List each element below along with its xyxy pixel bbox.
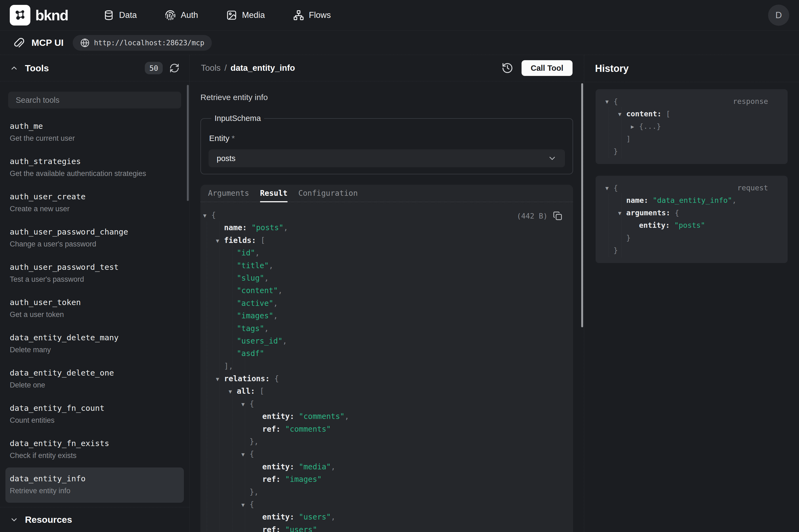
tree-toggle-icon[interactable]: ▼ [618,108,621,120]
refresh-icon [169,63,179,73]
nav-item-auth[interactable]: Auth [165,10,198,21]
history-entry-response[interactable]: ▼{response▼content: [▶{...}]} [595,89,787,164]
tree-toggle-icon[interactable]: ▼ [241,499,245,511]
main-panel-scrollbar[interactable] [581,83,583,327]
json-line: ▼fields: [ [201,234,562,247]
tool-list-item[interactable]: auth_user_token Get a user token [5,291,184,326]
tool-name: auth_user_create [10,192,179,201]
tool-list-item[interactable]: data_entity_fn_count Count entities [5,397,184,432]
tool-list-item[interactable]: auth_user_password_change Change a user'… [5,221,184,256]
tree-toggle-icon[interactable]: ▼ [618,207,621,220]
tree-toggle-icon[interactable]: ▼ [605,182,609,194]
tab-configuration[interactable]: Configuration [298,185,358,202]
sidebar-scrollbar[interactable] [187,85,189,201]
paperclip-icon [13,37,24,49]
json-punctuation: [ [666,110,670,118]
tab-result[interactable]: Result [260,185,287,202]
json-punctuation: , [264,324,269,333]
json-punctuation: , [273,299,278,308]
brand-logo[interactable]: bknd [10,5,68,25]
tool-description: Delete one [10,381,179,390]
json-line: "id", [201,247,562,259]
breadcrumb-section[interactable]: Tools [201,63,221,73]
tool-list-item[interactable]: data_entity_info Retrieve entity info [5,468,184,503]
json-entry-label: response [733,95,768,108]
tool-list-item[interactable]: data_entity_fn_exists Check if entity ex… [5,432,184,468]
tool-name: data_entity_info [10,474,179,483]
chevron-down-icon [548,154,557,163]
json-line: } [595,244,778,256]
json-punctuation: { [613,97,618,106]
tools-section-header[interactable]: Tools 50 [0,55,189,81]
json-line: "active", [201,297,562,310]
json-line: entity: "media", [201,461,562,473]
tree-toggle-icon[interactable]: ▼ [241,398,245,411]
tool-description: Create a new user [10,205,179,213]
json-line: ▼{ [201,209,562,222]
tool-list-item[interactable]: data_entity_delete_many Delete many [5,326,184,362]
tool-description: Test a user's password [10,275,179,284]
search-tools-input[interactable] [8,92,181,109]
json-punctuation: , [255,248,260,257]
json-line: "tags", [201,322,562,335]
json-line: "content", [201,284,562,297]
tool-list-item[interactable]: auth_user_password_test Test a user's pa… [5,256,184,291]
tree-toggle-icon[interactable]: ▼ [605,95,609,108]
tool-list-item[interactable]: auth_strategies Get the available authen… [5,150,184,186]
resources-section-header[interactable]: Resources [0,507,189,532]
json-punctuation: { [249,399,254,408]
copy-icon [553,211,562,221]
tab-arguments[interactable]: Arguments [208,185,249,202]
json-key: content: [626,110,666,118]
tool-description: Delete many [10,346,179,354]
nav-item-media[interactable]: Media [226,10,265,21]
image-icon [226,10,237,21]
json-punctuation: }, [249,488,259,496]
tool-name: auth_user_token [10,298,179,307]
tree-toggle-icon[interactable]: ▼ [216,234,219,247]
json-punctuation: , [264,273,269,283]
user-avatar[interactable]: D [768,5,789,26]
entity-select[interactable]: posts [209,149,565,167]
tool-description: Get the available authentication strateg… [10,169,179,178]
nav-item-flows[interactable]: Flows [293,10,331,21]
mcp-bar: MCP UI http://localhost:28623/mcp [0,31,799,55]
brand-name: bknd [35,7,68,24]
json-string: "users_id" [237,337,283,345]
copy-result-button[interactable] [553,211,562,221]
json-punctuation: , [331,512,336,521]
tool-list-item[interactable]: data_entity_delete_one Delete one [5,362,184,397]
tool-tabs: Arguments Result Configuration [201,185,573,202]
workflow-icon [293,10,304,21]
history-entry-request[interactable]: ▼{requestname: "data_entity_info",▼argum… [595,176,787,263]
call-tool-button[interactable]: Call Tool [521,60,573,76]
tool-list-item[interactable]: auth_user_create Create a new user [5,186,184,221]
json-punctuation: }, [249,437,259,446]
json-punctuation: ] [626,134,631,143]
json-string: "users" [285,525,317,532]
json-string: "images" [237,311,273,320]
tree-toggle-icon[interactable]: ▼ [229,385,232,398]
globe-icon [80,38,90,48]
history-response-lines: ▼{response▼content: [▶{...}]} [595,95,778,157]
json-punctuation: , [344,412,349,421]
tool-name: auth_user_password_test [10,263,179,272]
nav-label: Auth [180,10,198,20]
mcp-url-pill[interactable]: http://localhost:28623/mcp [73,35,212,51]
tool-detail-header: Tools / data_entity_info Call Tool [190,55,584,81]
nav-item-data[interactable]: Data [103,10,137,21]
json-punctuation: { [675,209,679,217]
bknd-logo-icon [10,5,31,25]
breadcrumb-separator: / [224,63,227,73]
nav-label: Media [242,10,265,20]
json-line: ] [595,133,778,145]
json-punctuation: , [732,196,736,205]
tree-toggle-icon[interactable]: ▼ [203,209,206,222]
tree-toggle-icon[interactable]: ▼ [241,448,245,461]
history-button[interactable] [501,62,513,74]
tool-list-item[interactable]: auth_me Get the current user [5,115,184,150]
refresh-tools-button[interactable] [169,63,179,73]
tree-toggle-icon[interactable]: ▶ [631,120,634,133]
tree-toggle-icon[interactable]: ▼ [216,373,219,385]
json-line: ▼{response [595,95,778,108]
